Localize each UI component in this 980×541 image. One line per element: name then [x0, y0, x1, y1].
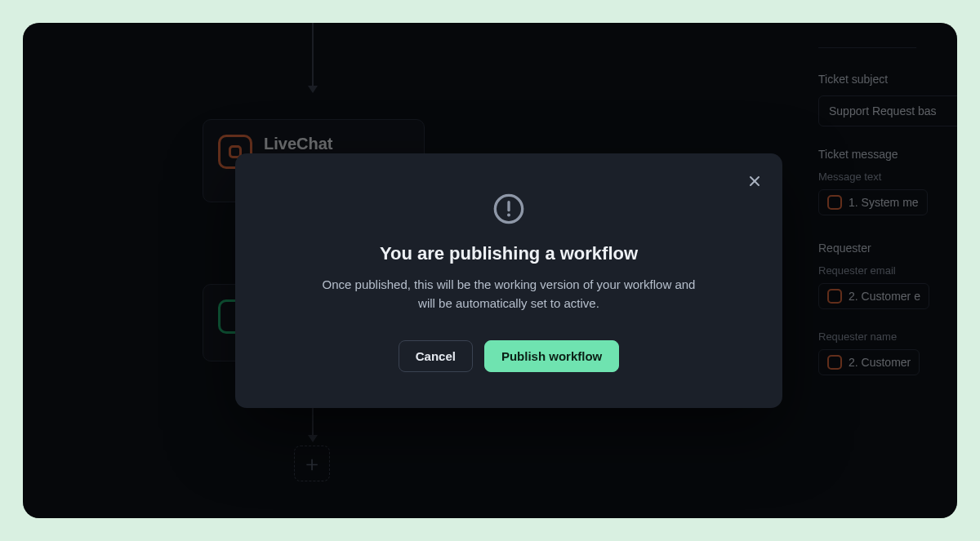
dialog-actions: Cancel Publish workflow	[284, 340, 733, 372]
dialog-body: Once published, this will be the working…	[317, 276, 701, 313]
alert-circle-icon	[492, 193, 525, 225]
publish-workflow-button[interactable]: Publish workflow	[484, 340, 619, 372]
cancel-button[interactable]: Cancel	[399, 340, 473, 372]
dialog-title: You are publishing a workflow	[284, 243, 733, 264]
svg-point-4	[507, 214, 510, 217]
close-icon	[748, 175, 761, 188]
app-frame: LiveChat ＋ Ticket subject Support Reques…	[23, 23, 957, 518]
close-button[interactable]	[742, 168, 768, 194]
publish-workflow-dialog: You are publishing a workflow Once publi…	[235, 153, 782, 408]
